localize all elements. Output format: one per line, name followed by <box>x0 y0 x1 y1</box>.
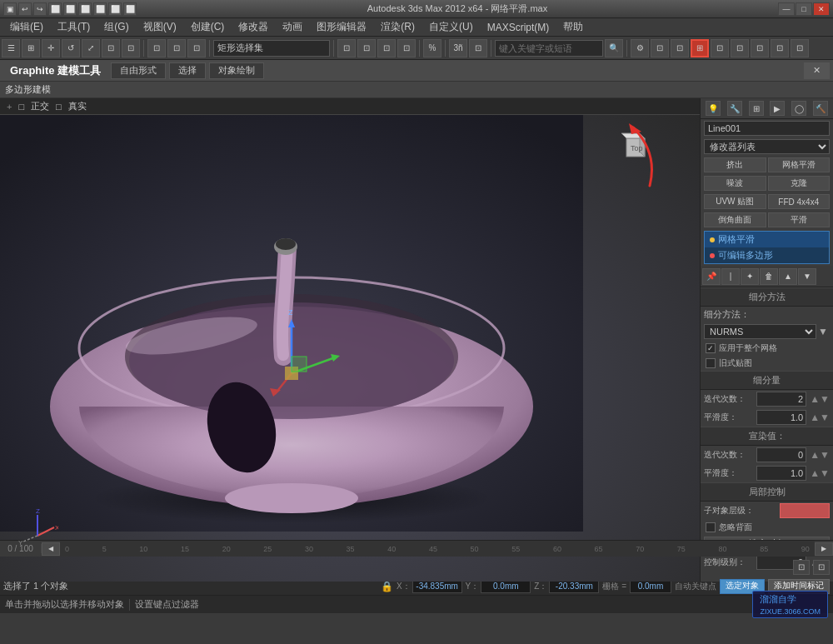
mod-show-btn[interactable]: ✦ <box>741 268 759 285</box>
tb-icon-6[interactable]: ⬜ <box>93 2 107 16</box>
noise-btn[interactable]: 噪波 <box>704 176 766 191</box>
time-config-btn[interactable]: ⊡ <box>813 560 830 575</box>
panel-icon-util[interactable]: 🔨 <box>813 101 828 116</box>
menu-graph-editor[interactable]: 图形编辑器 <box>310 18 373 36</box>
selection-set-input[interactable] <box>213 40 330 57</box>
angle-snap-btn[interactable]: ⊡ <box>397 39 416 57</box>
extra-btn6[interactable]: ⊡ <box>771 39 789 57</box>
link-btn[interactable]: ⊡ <box>167 39 186 57</box>
layer-btn[interactable]: ⊡ <box>147 39 166 57</box>
panel-icon-hier[interactable]: ⊞ <box>749 101 764 116</box>
select-btn[interactable]: ☰ <box>2 39 20 57</box>
meshsmooth-btn[interactable]: 网格平滑 <box>768 157 831 172</box>
next-frame-btn[interactable]: ▶ <box>815 542 833 556</box>
tab-select[interactable]: 选择 <box>169 62 206 79</box>
menu-render[interactable]: 渲染(R) <box>374 18 421 36</box>
render-iter-spinner[interactable]: ▲▼ <box>810 449 830 461</box>
menu-help[interactable]: 帮助 <box>556 18 590 36</box>
tb-icon-5[interactable]: ⬜ <box>78 2 92 16</box>
tb-icon-1[interactable]: ↩ <box>18 2 32 16</box>
iterations-input[interactable] <box>756 392 806 407</box>
tab-freeform[interactable]: 自由形式 <box>111 62 166 79</box>
meshsmooth-item[interactable]: 网格平滑 <box>705 232 829 247</box>
extrude-btn[interactable]: 挤出 <box>704 157 766 172</box>
smoothness-input[interactable] <box>756 410 806 425</box>
object-name-input[interactable] <box>704 121 830 136</box>
extra-btn5[interactable]: ⊡ <box>751 39 769 57</box>
lock-icon[interactable]: 🔒 <box>381 581 393 592</box>
menu-modifier[interactable]: 修改器 <box>232 18 275 36</box>
mod-delete-btn[interactable]: 🗑 <box>760 268 778 285</box>
menu-create[interactable]: 创建(C) <box>184 18 232 36</box>
close-button[interactable]: ✕ <box>813 2 830 16</box>
render-smooth-spinner[interactable]: ▲▼ <box>810 467 830 479</box>
extra-btn1[interactable]: ⊡ <box>651 39 669 57</box>
tb-icon-4[interactable]: ⬜ <box>63 2 77 16</box>
menu-customize[interactable]: 自定义(U) <box>422 18 480 36</box>
smooth-btn[interactable]: 平滑 <box>768 212 831 227</box>
menu-group[interactable]: 组(G) <box>97 18 135 36</box>
subdiv-method-select[interactable]: NURMS <box>704 324 816 339</box>
tab-object-paint[interactable]: 对象绘制 <box>209 62 264 79</box>
percent-btn[interactable]: % <box>423 39 441 57</box>
editable-poly-item[interactable]: 可编辑多边形 <box>705 247 829 263</box>
menu-maxscript[interactable]: MAXScript(M) <box>481 20 556 35</box>
named-select-btn[interactable]: ⊡ <box>337 39 356 57</box>
ffd-btn[interactable]: FFD 4x4x4 <box>768 194 831 209</box>
align-btn[interactable]: ⊡ <box>122 39 140 57</box>
panel-icon-display[interactable]: ◯ <box>791 101 806 116</box>
menu-animation[interactable]: 动画 <box>276 18 309 36</box>
apply-whole-mesh-checkbox[interactable]: ✓ <box>706 343 716 353</box>
smooth-spinner[interactable]: ▲▼ <box>810 412 830 423</box>
snap-toggle-btn[interactable]: ⊡ <box>377 39 396 57</box>
mod-move-dn-btn[interactable]: ▼ <box>798 268 816 285</box>
bevel-btn[interactable]: 倒角曲面 <box>704 212 766 227</box>
tb-icon-8[interactable]: ⬜ <box>123 2 137 16</box>
extra-btn3[interactable]: ⊡ <box>711 39 729 57</box>
mirror-btn[interactable]: ⊡ <box>102 39 120 57</box>
mod-pin-btn[interactable]: 📌 <box>702 268 721 285</box>
panel-icon-motion[interactable]: ▶ <box>770 101 785 116</box>
rotate-btn[interactable]: ↺ <box>62 39 80 57</box>
viewport-3d[interactable]: + □ 正交 □ 真实 <box>0 98 700 582</box>
mod-active-btn[interactable]: | <box>721 268 740 285</box>
clone-btn[interactable]: 克隆 <box>768 176 831 191</box>
maximize-button[interactable]: □ <box>796 2 812 16</box>
render-iter-input[interactable] <box>756 447 806 462</box>
tb-icon-3[interactable]: ⬜ <box>48 2 62 16</box>
scale-btn[interactable]: ⤢ <box>82 39 100 57</box>
snap-btn[interactable]: ⊞ <box>22 39 40 57</box>
kbd-shortcut-btn[interactable]: ⊡ <box>357 39 376 57</box>
render-smooth-input[interactable] <box>756 466 806 481</box>
window-title: Autodesk 3ds Max 2012 x64 - 网络平滑.max <box>137 2 778 15</box>
key-mode-btn[interactable]: ⊡ <box>793 560 810 575</box>
old-mapping-checkbox[interactable] <box>706 358 716 368</box>
search-input[interactable] <box>495 40 603 57</box>
extra-btn2[interactable]: ⊡ <box>671 39 689 57</box>
highlighted-btn[interactable]: ⊞ <box>691 39 709 57</box>
move-btn[interactable]: ✛ <box>42 39 60 57</box>
iter-spinner[interactable]: ▲▼ <box>810 393 830 405</box>
uvw-btn[interactable]: UVW 贴图 <box>704 194 766 209</box>
close-graphite-btn[interactable]: ✕ <box>804 62 830 79</box>
minimize-button[interactable]: — <box>778 2 795 16</box>
modifier-list-dropdown[interactable]: 修改器列表 <box>704 139 830 154</box>
panel-icon-modify[interactable]: 🔧 <box>727 101 742 116</box>
menu-view[interactable]: 视图(V) <box>137 18 183 36</box>
extra-btn4[interactable]: ⊡ <box>731 39 749 57</box>
timeline-track[interactable]: 0 5 10 15 20 25 30 35 40 45 50 55 60 65 … <box>60 541 815 557</box>
sub-level-input[interactable] <box>780 503 830 518</box>
unlink-btn[interactable]: ⊡ <box>187 39 206 57</box>
mod-move-up-btn[interactable]: ▲ <box>779 268 797 285</box>
tb-icon-2[interactable]: ↪ <box>33 2 47 16</box>
extra-btn7[interactable]: ⊡ <box>791 39 809 57</box>
menu-tools[interactable]: 工具(T) <box>51 18 97 36</box>
menu-edit[interactable]: 编辑(E) <box>3 18 50 36</box>
ignore-backface-checkbox[interactable] <box>706 522 716 532</box>
search-btn[interactable]: 🔍 <box>605 39 623 57</box>
ref-coord-btn[interactable]: ⊡ <box>469 39 487 57</box>
tb-icon-7[interactable]: ⬜ <box>108 2 122 16</box>
panel-icon-light[interactable]: 💡 <box>706 101 721 116</box>
3n-btn[interactable]: 3ñ <box>449 39 467 57</box>
settings-btn[interactable]: ⚙ <box>631 39 649 57</box>
